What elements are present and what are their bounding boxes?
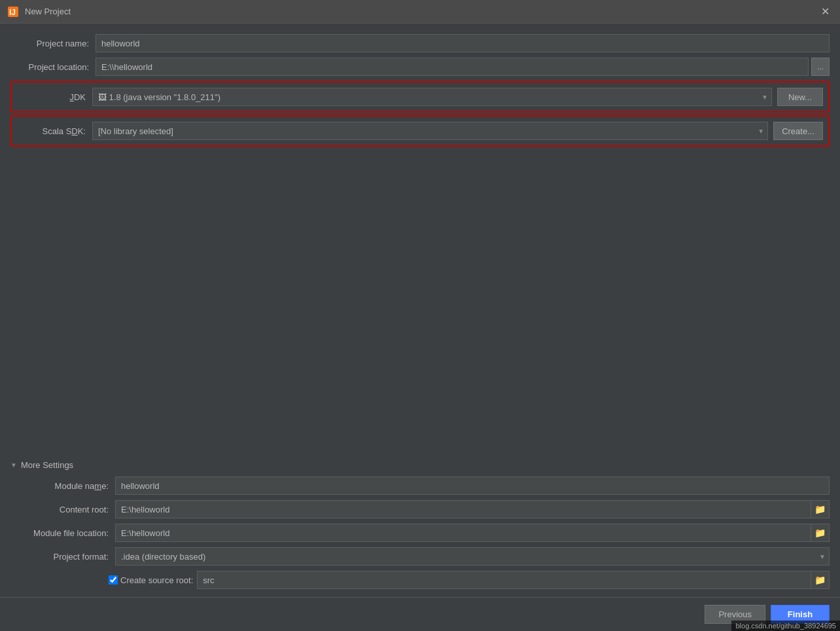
scala-sdk-select[interactable]: [No library selected] [92, 122, 768, 140]
create-source-root-checkbox[interactable] [109, 575, 118, 585]
project-location-row: Project location: ... [10, 58, 830, 76]
module-file-input-wrapper: 📁 [115, 524, 830, 542]
scala-sdk-label: Scala SDK: [17, 126, 92, 136]
project-format-label: Project format: [10, 552, 115, 562]
content-root-row: Content root: 📁 [10, 500, 830, 518]
source-root-input[interactable] [197, 571, 811, 589]
module-name-label: Module name: [10, 481, 115, 491]
create-sdk-button[interactable]: Create... [773, 122, 823, 140]
content-root-input[interactable] [115, 500, 811, 518]
project-name-label: Project name: [10, 39, 96, 48]
module-name-row: Module name: [10, 477, 830, 495]
more-settings-body: Module name: Content root: 📁 Module file… [10, 477, 830, 589]
jdk-section: JDK 🖼 1.8 (java version "1.8.0_211") ▼ N… [10, 81, 830, 113]
main-content: Project name: Project location: ... JDK … [0, 24, 840, 597]
create-source-root-row: Create source root: 📁 [10, 571, 830, 589]
window-title: New Project [25, 7, 71, 16]
scala-sdk-select-wrapper: [No library selected] ▼ [92, 122, 768, 140]
new-project-window: IJ New Project ✕ Project name: Project l… [0, 0, 840, 631]
module-file-browse-icon[interactable]: 📁 [811, 524, 830, 542]
project-format-row: Project format: .idea (directory based) … [10, 547, 830, 566]
close-button[interactable]: ✕ [817, 4, 833, 19]
create-source-root-label[interactable]: Create source root: [109, 575, 193, 585]
jdk-row: JDK 🖼 1.8 (java version "1.8.0_211") ▼ N… [17, 88, 823, 106]
create-source-root-text: Create source root: [120, 575, 193, 585]
project-format-select[interactable]: .idea (directory based) [115, 547, 830, 566]
module-name-input[interactable] [115, 477, 830, 495]
module-file-input[interactable] [115, 524, 811, 542]
content-root-label: Content root: [10, 505, 115, 514]
project-location-input[interactable] [96, 58, 809, 76]
project-location-label: Project location: [10, 62, 96, 72]
title-bar-left: IJ New Project [7, 5, 71, 18]
module-file-location-label: Module file location: [10, 528, 115, 538]
bottom-bar: Previous Finish blog.csdn.net/github_389… [0, 597, 840, 631]
content-root-browse-icon[interactable]: 📁 [811, 500, 830, 518]
more-settings-label: More Settings [21, 460, 73, 470]
jdk-label: JDK [17, 92, 92, 102]
svg-text:IJ: IJ [9, 8, 16, 17]
watermark: blog.csdn.net/github_38924695 [731, 621, 840, 631]
content-spacer [10, 152, 830, 460]
more-settings-header[interactable]: ▼ More Settings [10, 460, 830, 470]
project-name-input[interactable] [96, 34, 830, 52]
source-root-browse-icon[interactable]: 📁 [811, 571, 830, 589]
more-settings-arrow: ▼ [10, 461, 17, 469]
title-bar: IJ New Project ✕ [0, 0, 840, 24]
jdk-select-wrapper: 🖼 1.8 (java version "1.8.0_211") ▼ [92, 88, 772, 106]
jdk-select[interactable]: 🖼 1.8 (java version "1.8.0_211") [92, 88, 772, 106]
project-format-select-wrapper: .idea (directory based) ▼ [115, 547, 830, 566]
browse-button[interactable]: ... [811, 58, 830, 76]
project-name-row: Project name: [10, 34, 830, 52]
content-root-input-wrapper: 📁 [115, 500, 830, 518]
app-icon: IJ [7, 5, 20, 18]
scala-sdk-section: Scala SDK: [No library selected] ▼ Creat… [10, 115, 830, 147]
new-jdk-button[interactable]: New... [777, 88, 823, 106]
module-file-location-row: Module file location: 📁 [10, 524, 830, 542]
more-settings-section: ▼ More Settings Module name: Content roo… [10, 460, 830, 589]
